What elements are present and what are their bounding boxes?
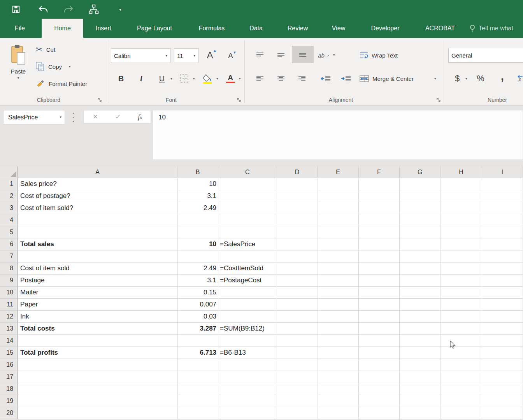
cell-H5[interactable] <box>441 226 482 238</box>
cell-B18[interactable] <box>178 383 218 395</box>
column-header-C[interactable]: C <box>218 166 277 178</box>
cell-D15[interactable] <box>277 347 318 359</box>
cell-C3[interactable] <box>218 202 277 214</box>
cell-B3[interactable]: 2.49 <box>178 202 218 214</box>
cell-H18[interactable] <box>441 383 482 395</box>
tab-home[interactable]: Home <box>42 19 83 38</box>
cell-H11[interactable] <box>441 299 482 311</box>
insert-function-icon[interactable]: fx <box>138 113 142 121</box>
tab-developer[interactable]: Developer <box>365 19 405 38</box>
cell-I14[interactable] <box>482 335 523 347</box>
underline-button[interactable]: U <box>156 71 168 86</box>
cell-D1[interactable] <box>277 178 318 190</box>
cell-B14[interactable] <box>178 335 218 347</box>
bottom-align-button[interactable] <box>292 46 314 63</box>
select-all-button[interactable] <box>0 166 18 178</box>
cell-D14[interactable] <box>277 335 318 347</box>
cell-I9[interactable] <box>482 275 523 287</box>
cell-F20[interactable] <box>359 407 400 419</box>
cell-C13[interactable]: =SUM(B9:B12) <box>218 323 277 335</box>
cell-C1[interactable] <box>218 178 277 190</box>
cell-A12[interactable]: Ink <box>18 311 178 323</box>
clipboard-dialog-launcher[interactable] <box>97 98 102 102</box>
row-header-15[interactable]: 15 <box>0 347 18 359</box>
cut-button[interactable]: ✂ Cut <box>36 44 98 55</box>
cell-E6[interactable] <box>318 238 359 250</box>
row-header-2[interactable]: 2 <box>0 190 18 202</box>
column-header-E[interactable]: E <box>318 166 358 178</box>
align-center-button[interactable] <box>274 71 288 86</box>
cell-B10[interactable]: 0.15 <box>178 287 218 299</box>
cell-H17[interactable] <box>441 371 482 383</box>
cell-G9[interactable] <box>400 275 441 287</box>
cell-D9[interactable] <box>277 275 318 287</box>
row-header-4[interactable]: 4 <box>0 214 18 226</box>
row-header-11[interactable]: 11 <box>0 299 18 311</box>
increase-indent-button[interactable] <box>338 71 354 86</box>
font-color-dropdown-icon[interactable]: ▾ <box>239 77 241 80</box>
cell-G18[interactable] <box>400 383 441 395</box>
row-header-20[interactable]: 20 <box>0 407 18 419</box>
merge-center-button[interactable]: Merge & Center <box>360 71 432 86</box>
cell-A13[interactable]: Total costs <box>18 323 178 335</box>
cell-C16[interactable] <box>218 359 277 371</box>
cell-A2[interactable]: Cost of postage? <box>18 190 178 202</box>
cell-D6[interactable] <box>277 238 318 250</box>
row-header-3[interactable]: 3 <box>0 202 18 214</box>
cell-F5[interactable] <box>359 226 400 238</box>
cell-A7[interactable] <box>18 250 178 262</box>
tab-acrobat[interactable]: ACROBAT <box>419 19 462 38</box>
row-header-10[interactable]: 10 <box>0 287 18 299</box>
cell-H8[interactable] <box>441 262 482 275</box>
cell-C18[interactable] <box>218 383 277 395</box>
cell-B7[interactable] <box>178 250 218 262</box>
cell-I16[interactable] <box>482 359 523 371</box>
borders-button[interactable] <box>177 72 191 85</box>
align-right-button[interactable] <box>295 71 309 86</box>
cell-C15[interactable]: =B6-B13 <box>218 347 277 359</box>
cell-C12[interactable] <box>218 311 277 323</box>
cell-I1[interactable] <box>482 178 523 190</box>
cell-F11[interactable] <box>359 299 400 311</box>
cell-A3[interactable]: Cost of item sold? <box>18 202 178 214</box>
cell-H10[interactable] <box>441 287 482 299</box>
cell-D3[interactable] <box>277 202 318 214</box>
cell-F10[interactable] <box>359 287 400 299</box>
cell-E12[interactable] <box>318 311 359 323</box>
cell-C9[interactable]: =PostageCost <box>218 275 277 287</box>
tab-page-layout[interactable]: Page Layout <box>128 19 181 38</box>
cell-B6[interactable]: 10 <box>178 238 218 250</box>
cell-F6[interactable] <box>359 238 400 250</box>
custom-macro-button[interactable] <box>88 4 100 15</box>
row-header-7[interactable]: 7 <box>0 250 18 262</box>
cell-D10[interactable] <box>277 287 318 299</box>
row-header-1[interactable]: 1 <box>0 178 18 190</box>
cell-C6[interactable]: =SalesPrice <box>218 238 277 250</box>
alignment-dialog-launcher[interactable] <box>436 98 441 102</box>
cell-B16[interactable] <box>178 359 218 371</box>
cell-E15[interactable] <box>318 347 359 359</box>
tab-formulas[interactable]: Formulas <box>188 19 236 38</box>
column-header-I[interactable]: I <box>482 166 523 178</box>
cell-I13[interactable] <box>482 323 523 335</box>
cell-G11[interactable] <box>400 299 441 311</box>
cell-G16[interactable] <box>400 359 441 371</box>
cell-H13[interactable] <box>441 323 482 335</box>
name-box[interactable]: SalesPrice ▾ <box>3 110 65 124</box>
cell-A8[interactable]: Cost of item sold <box>18 262 178 275</box>
cell-H6[interactable] <box>441 238 482 250</box>
column-header-B[interactable]: B <box>177 166 218 178</box>
formula-bar-resize-handle[interactable] <box>72 113 74 122</box>
cell-D8[interactable] <box>277 262 318 275</box>
cell-D13[interactable] <box>277 323 318 335</box>
cell-D19[interactable] <box>277 395 318 407</box>
cell-H16[interactable] <box>441 359 482 371</box>
tab-insert[interactable]: Insert <box>86 19 121 38</box>
customize-qat-button[interactable]: ▾ <box>114 4 126 15</box>
tab-tell-me-what[interactable]: Tell me what <box>469 19 523 38</box>
cell-F19[interactable] <box>359 395 400 407</box>
cell-B11[interactable]: 0.007 <box>178 299 218 311</box>
cell-G4[interactable] <box>400 214 441 226</box>
cell-I12[interactable] <box>482 311 523 323</box>
tab-review[interactable]: Review <box>281 19 314 38</box>
